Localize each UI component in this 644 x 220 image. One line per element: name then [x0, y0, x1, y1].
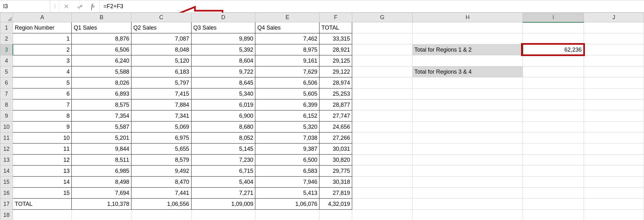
cell-F4[interactable]: 29,125	[319, 55, 352, 66]
cell-B5[interactable]: 5,588	[72, 66, 131, 77]
col-header-I[interactable]: I	[523, 13, 584, 22]
cell-B10[interactable]: 5,587	[72, 121, 131, 133]
cell-E12[interactable]: 9,387	[255, 144, 319, 155]
cell-E6[interactable]: 6,506	[255, 77, 319, 88]
cell-G17[interactable]	[352, 199, 412, 210]
cell-F10[interactable]: 24,656	[319, 121, 352, 133]
cell-G3[interactable]	[352, 44, 412, 55]
cell-G16[interactable]	[352, 188, 412, 199]
cell-D12[interactable]: 5,145	[191, 144, 255, 155]
cell-G6[interactable]	[352, 77, 412, 88]
col-header-A[interactable]: A	[13, 13, 72, 22]
row-header-7[interactable]: 7	[0, 88, 13, 99]
cell-I2[interactable]	[523, 33, 584, 44]
row-header-8[interactable]: 8	[0, 99, 13, 110]
cell-B17[interactable]: 1,10,378	[72, 199, 131, 210]
cell-C5[interactable]: 6,183	[131, 66, 192, 77]
col-header-G[interactable]: G	[352, 13, 412, 22]
cell-G12[interactable]	[352, 144, 412, 155]
cell-H13[interactable]	[412, 155, 523, 166]
col-header-F[interactable]: F	[319, 13, 352, 22]
cell-D10[interactable]: 8,680	[191, 121, 255, 133]
cell-F15[interactable]: 30,318	[319, 177, 352, 188]
cell-B4[interactable]: 6,240	[72, 55, 131, 66]
cell-F3[interactable]: 28,921	[319, 44, 352, 55]
cell-E4[interactable]: 9,161	[255, 55, 319, 66]
cell-J14[interactable]	[584, 166, 644, 177]
cell-D1[interactable]: Q3 Sales	[191, 22, 255, 33]
cell-E17[interactable]: 1,06,076	[255, 199, 319, 210]
cell-F11[interactable]: 27,266	[319, 133, 352, 144]
row-header-1[interactable]: 1	[0, 22, 13, 33]
cell-C17[interactable]: 1,06,556	[131, 199, 192, 210]
cell-D8[interactable]: 6,019	[191, 99, 255, 110]
cell-A7[interactable]: 6	[13, 88, 72, 99]
row-header-10[interactable]: 10	[0, 121, 13, 133]
cell-B13[interactable]: 8,511	[72, 155, 131, 166]
cell-F17[interactable]: 4,32,019	[319, 199, 352, 210]
cancel-icon[interactable]	[60, 0, 73, 12]
cell-E18[interactable]	[255, 210, 319, 220]
row-header-11[interactable]: 11	[0, 133, 13, 144]
cell-E7[interactable]: 5,605	[255, 88, 319, 99]
cell-G15[interactable]	[352, 177, 412, 188]
cell-J6[interactable]	[584, 77, 644, 88]
row-header-5[interactable]: 5	[0, 66, 13, 77]
cell-H18[interactable]	[412, 210, 523, 220]
cell-F1[interactable]: TOTAL	[319, 22, 352, 33]
cell-I4[interactable]	[523, 55, 584, 66]
formula-expand-icon[interactable]	[50, 0, 60, 12]
cell-H12[interactable]	[412, 144, 523, 155]
cell-J7[interactable]	[584, 88, 644, 99]
cell-E2[interactable]: 7,462	[255, 33, 319, 44]
cell-B6[interactable]: 8,026	[72, 77, 131, 88]
cell-B14[interactable]: 6,985	[72, 166, 131, 177]
cell-D18[interactable]	[191, 210, 255, 220]
cell-I13[interactable]	[523, 155, 584, 166]
cell-D6[interactable]: 8,645	[191, 77, 255, 88]
cell-I11[interactable]	[523, 133, 584, 144]
cell-D16[interactable]: 7,271	[191, 188, 255, 199]
row-header-2[interactable]: 2	[0, 33, 13, 44]
cell-J16[interactable]	[584, 188, 644, 199]
cell-D9[interactable]: 6,900	[191, 110, 255, 121]
cell-J17[interactable]	[584, 199, 644, 210]
cell-I7[interactable]	[523, 88, 584, 99]
cell-E3[interactable]: 8,975	[255, 44, 319, 55]
cell-I16[interactable]	[523, 188, 584, 199]
cell-C10[interactable]: 5,069	[131, 121, 192, 133]
cell-J8[interactable]	[584, 99, 644, 110]
cell-D14[interactable]: 6,715	[191, 166, 255, 177]
cell-J12[interactable]	[584, 144, 644, 155]
cell-C8[interactable]: 7,884	[131, 99, 192, 110]
cell-C3[interactable]: 8,048	[131, 44, 192, 55]
select-all-corner[interactable]	[0, 13, 13, 22]
cell-F12[interactable]: 30,031	[319, 144, 352, 155]
cell-A8[interactable]: 7	[13, 99, 72, 110]
cell-F14[interactable]: 29,775	[319, 166, 352, 177]
cell-J10[interactable]	[584, 121, 644, 133]
cell-D13[interactable]: 7,230	[191, 155, 255, 166]
cell-A4[interactable]: 3	[13, 55, 72, 66]
row-header-14[interactable]: 14	[0, 166, 13, 177]
cell-C4[interactable]: 5,120	[131, 55, 192, 66]
cell-C12[interactable]: 5,655	[131, 144, 192, 155]
row-header-13[interactable]: 13	[0, 155, 13, 166]
cell-I9[interactable]	[523, 110, 584, 121]
cell-F18[interactable]	[319, 210, 352, 220]
cell-J13[interactable]	[584, 155, 644, 166]
cell-H17[interactable]	[412, 199, 523, 210]
cell-E10[interactable]: 5,320	[255, 121, 319, 133]
cell-C9[interactable]: 7,341	[131, 110, 192, 121]
cell-C15[interactable]: 8,470	[131, 177, 192, 188]
cell-G1[interactable]	[352, 22, 412, 33]
cell-I14[interactable]	[523, 166, 584, 177]
cell-B11[interactable]: 5,201	[72, 133, 131, 144]
cell-H5[interactable]: Total for Regions 3 & 4	[412, 66, 523, 77]
cell-F8[interactable]: 28,877	[319, 99, 352, 110]
cell-J3[interactable]	[584, 44, 644, 55]
cell-E16[interactable]: 5,413	[255, 188, 319, 199]
formula-input[interactable]	[100, 0, 644, 12]
cell-H15[interactable]	[412, 177, 523, 188]
cell-J18[interactable]	[584, 210, 644, 220]
